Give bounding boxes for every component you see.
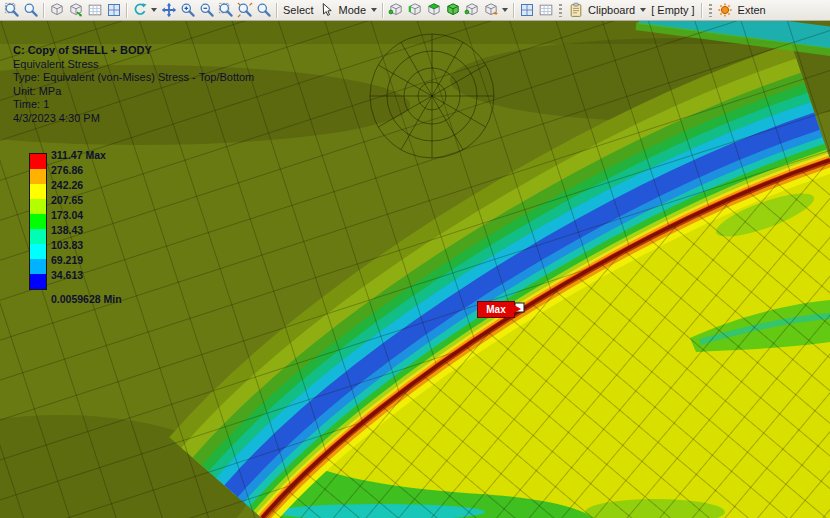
clipboard-state[interactable]: [ Empty ] (648, 4, 697, 16)
legend-value: 207.65 (51, 194, 83, 206)
graphics-toolbar: Select Mode Clipboard [ Empty ] Exten (0, 0, 830, 21)
section-view-icon[interactable] (536, 1, 555, 19)
legend-value: 103.83 (51, 239, 83, 251)
annotation-type: Type: Equivalent (von-Mises) Stress - To… (13, 71, 254, 85)
annotation-result: Equivalent Stress (13, 58, 254, 72)
select-label[interactable]: Select (280, 4, 317, 16)
zoom-magnifier-icon[interactable] (21, 1, 40, 19)
annotation-title: C: Copy of SHELL + BODY (13, 44, 254, 58)
chevron-down-icon[interactable] (151, 8, 157, 12)
extend-selection-icon[interactable] (481, 1, 500, 19)
legend-color-bar (29, 153, 47, 290)
toolbar-grip[interactable] (559, 4, 562, 17)
filter-vertex-icon[interactable] (386, 1, 405, 19)
legend-value: 311.47 Max (51, 149, 106, 161)
cube-arrow-icon[interactable] (66, 1, 85, 19)
zoom-box-icon[interactable] (2, 1, 21, 19)
legend-value: 69.219 (51, 254, 83, 266)
toolbar-separator (126, 3, 127, 18)
toolbar-grip[interactable] (709, 4, 712, 17)
filter-edge-icon[interactable] (405, 1, 424, 19)
legend-chip (30, 259, 46, 274)
clipboard-dropdown[interactable]: Clipboard (585, 4, 638, 16)
view-box-icon[interactable] (104, 1, 123, 19)
annotation-timestamp: 4/3/2023 4:30 PM (13, 112, 254, 126)
chevron-down-icon[interactable] (640, 8, 646, 12)
zoom-fit-icon[interactable] (235, 1, 254, 19)
filter-body-icon[interactable] (443, 1, 462, 19)
extensions-label[interactable]: Exten (735, 4, 769, 16)
zoom-in-icon[interactable] (178, 1, 197, 19)
filter-node-icon[interactable] (462, 1, 481, 19)
grid-view-icon[interactable] (85, 1, 104, 19)
toolbar-separator (43, 3, 44, 18)
legend-value: 34.613 (51, 269, 83, 281)
zoom-out-icon[interactable] (197, 1, 216, 19)
annotation-unit: Unit: MPa (13, 85, 254, 99)
toolbar-separator (382, 3, 383, 18)
legend-value: 173.04 (51, 209, 83, 221)
zoom-window-icon[interactable] (216, 1, 235, 19)
legend-chip (30, 169, 46, 184)
rotate-icon[interactable] (130, 1, 149, 19)
legend-value: 242.26 (51, 179, 83, 191)
wireframe-toggle-icon[interactable] (517, 1, 536, 19)
legend-chip (30, 184, 46, 199)
legend-chip (30, 229, 46, 244)
legend-value: 276.86 (51, 164, 83, 176)
max-probe-label: Max (477, 301, 515, 318)
result-annotation: C: Copy of SHELL + BODY Equivalent Stres… (13, 44, 254, 125)
iso-cube-icon[interactable] (47, 1, 66, 19)
toolbar-separator (513, 3, 514, 18)
legend-chip (30, 199, 46, 214)
pan-icon[interactable] (159, 1, 178, 19)
toolbar-separator (701, 3, 702, 18)
legend-chip (30, 274, 46, 289)
legend-value: 138.43 (51, 224, 83, 236)
pointer-select-icon[interactable] (317, 1, 336, 19)
toolbar-separator (276, 3, 277, 18)
ansys-mechanical-window: Select Mode Clipboard [ Empty ] Exten (0, 0, 830, 518)
legend-chip (30, 244, 46, 259)
annotation-time: Time: 1 (13, 98, 254, 112)
legend-chip (30, 214, 46, 229)
extensions-gear-icon[interactable] (716, 1, 735, 19)
mode-dropdown[interactable]: Mode (336, 4, 370, 16)
stress-legend: 311.47 Max276.86242.26207.65173.04138.43… (29, 153, 47, 290)
filter-face-icon[interactable] (424, 1, 443, 19)
chevron-down-icon[interactable] (502, 8, 508, 12)
clipboard-icon[interactable] (566, 1, 585, 19)
legend-value: 0.0059628 Min (51, 293, 122, 305)
chevron-down-icon[interactable] (371, 8, 377, 12)
zoom-previous-icon[interactable] (254, 1, 273, 19)
legend-chip (30, 154, 46, 169)
